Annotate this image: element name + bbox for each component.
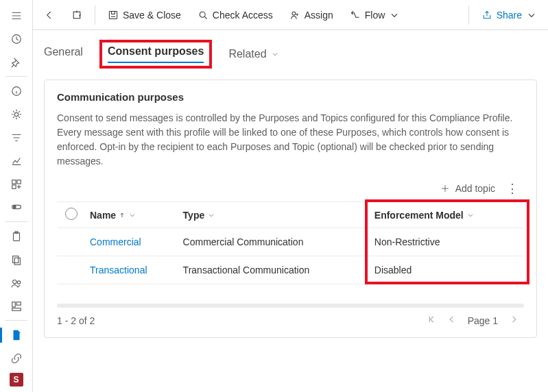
toggle-icon[interactable]	[5, 197, 27, 217]
table-row[interactable]: Commercial Commercial Communication Non-…	[57, 228, 524, 256]
pin-icon[interactable]	[5, 52, 27, 73]
flow-button[interactable]: Flow	[343, 7, 407, 23]
hamburger-icon[interactable]	[5, 5, 27, 26]
purposes-table: Name Type	[57, 201, 524, 284]
back-button[interactable]	[37, 7, 62, 23]
flow-label: Flow	[365, 10, 385, 21]
add-topic-button[interactable]: Add topic	[440, 183, 495, 194]
assign-button[interactable]: Assign	[283, 7, 340, 23]
purpose-name-link[interactable]: Transactional	[86, 256, 179, 284]
svg-rect-3	[12, 180, 15, 183]
pager-first-button[interactable]	[421, 315, 442, 326]
more-commands-button[interactable]: ⋮	[502, 181, 523, 196]
copy-icon[interactable]	[5, 249, 27, 270]
check-access-label: Check Access	[213, 10, 273, 21]
tab-consent-purposes[interactable]: Consent purposes	[108, 45, 204, 63]
purpose-type: Commercial Communication	[179, 228, 370, 256]
pager-page-label: Page 1	[468, 315, 498, 326]
save-close-label: Save & Close	[123, 10, 181, 21]
svg-rect-18	[109, 11, 117, 19]
link-icon[interactable]	[5, 348, 27, 369]
purpose-type: Transactional Communication	[179, 256, 370, 284]
left-nav-bar: S	[0, 0, 33, 392]
share-label: Share	[497, 10, 522, 21]
filter-icon[interactable]	[5, 127, 27, 148]
svg-rect-11	[14, 258, 20, 265]
share-button[interactable]: Share	[475, 7, 544, 23]
info-icon[interactable]	[5, 81, 27, 101]
column-header-type[interactable]: Type	[179, 202, 370, 228]
chevron-down-icon	[526, 10, 537, 21]
svg-point-2	[14, 112, 18, 116]
pager-next-button[interactable]	[503, 315, 524, 326]
command-bar: Save & Close Check Access Assign Flow Sh…	[33, 0, 548, 30]
chevron-down-icon	[466, 211, 475, 219]
chevron-down-icon	[207, 211, 215, 219]
purpose-enforcement: Disabled	[370, 256, 524, 284]
svg-point-7	[13, 206, 16, 209]
grid-icon[interactable]	[5, 174, 27, 195]
add-topic-label: Add topic	[455, 183, 495, 194]
document-icon[interactable]	[5, 325, 27, 345]
tab-general[interactable]: General	[44, 46, 83, 62]
tab-bar: General Consent purposes Related	[33, 30, 548, 75]
communication-purposes-card: Communication purposes Consent to send m…	[44, 79, 537, 338]
svg-rect-4	[16, 180, 20, 183]
horizontal-scrollbar[interactable]	[57, 304, 524, 308]
highlight-consent-tab: Consent purposes	[99, 40, 212, 69]
card-description: Consent to send messages is controlled b…	[57, 111, 524, 169]
table-row[interactable]: Transactional Transactional Communicatio…	[57, 256, 524, 284]
assign-label: Assign	[305, 10, 333, 21]
save-close-button[interactable]: Save & Close	[101, 7, 188, 23]
app-badge[interactable]: S	[10, 373, 23, 387]
svg-point-20	[292, 12, 296, 15]
pager: 1 - 2 of 2 Page 1	[57, 315, 524, 326]
dashboard-icon[interactable]	[5, 296, 27, 317]
svg-rect-16	[12, 308, 21, 310]
check-access-button[interactable]: Check Access	[191, 7, 280, 23]
select-all-header[interactable]	[57, 202, 86, 228]
chevron-down-icon	[128, 211, 136, 219]
chevron-down-icon	[389, 10, 400, 21]
svg-rect-5	[12, 184, 15, 188]
pager-prev-button[interactable]	[442, 315, 462, 326]
sort-asc-icon	[119, 212, 126, 219]
tab-related[interactable]: Related	[228, 48, 278, 60]
svg-rect-8	[13, 233, 19, 241]
clock-icon[interactable]	[5, 29, 27, 49]
svg-rect-15	[16, 302, 21, 305]
open-new-button[interactable]	[64, 7, 89, 23]
people-icon[interactable]	[5, 273, 27, 293]
svg-point-13	[17, 281, 21, 284]
svg-rect-10	[12, 256, 18, 263]
card-title: Communication purposes	[57, 91, 524, 103]
clipboard-icon[interactable]	[5, 226, 27, 247]
pager-range: 1 - 2 of 2	[57, 315, 95, 326]
column-header-enforcement-model[interactable]: Enforcement Model	[370, 202, 524, 228]
purpose-name-link[interactable]: Commercial	[86, 228, 179, 256]
chart-icon[interactable]	[5, 151, 27, 171]
svg-point-19	[200, 12, 205, 17]
purpose-enforcement: Non-Restrictive	[370, 228, 524, 256]
svg-point-12	[12, 280, 16, 283]
chevron-down-icon	[271, 50, 279, 58]
column-header-name[interactable]: Name	[86, 202, 179, 228]
gear-icon[interactable]	[5, 104, 27, 125]
svg-rect-14	[12, 302, 15, 306]
related-label: Related	[228, 48, 266, 60]
